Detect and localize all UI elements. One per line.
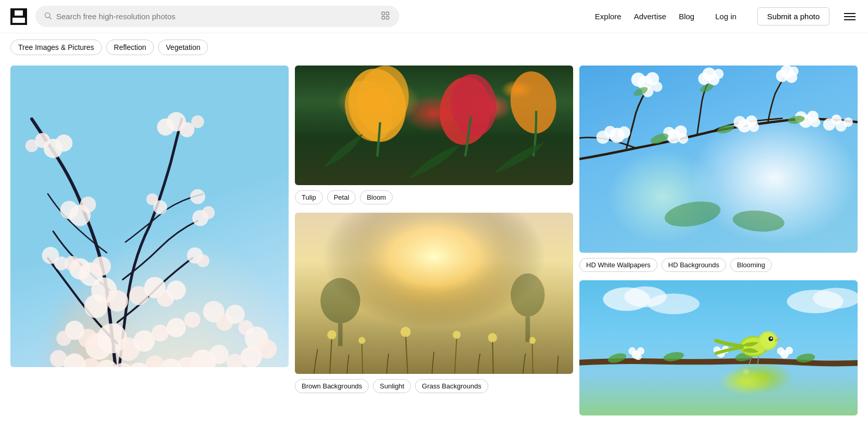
tag-tulip[interactable]: Tulip xyxy=(295,190,323,204)
photo-image-cherry-blossom[interactable] xyxy=(579,66,858,253)
photo-card-cherry-blossom: HD White Wallpapers HD Backgrounds Bloom… xyxy=(579,66,858,274)
search-input[interactable] xyxy=(56,12,375,21)
svg-point-144 xyxy=(785,347,793,355)
nav-blog[interactable]: Blog xyxy=(679,12,694,21)
svg-point-135 xyxy=(796,353,815,363)
svg-point-150 xyxy=(769,336,773,341)
menu-line-2 xyxy=(844,16,856,17)
tag-bloom[interactable]: Bloom xyxy=(360,190,393,204)
svg-point-146 xyxy=(740,336,768,357)
svg-point-108 xyxy=(618,126,630,139)
svg-point-72 xyxy=(437,75,494,147)
svg-point-113 xyxy=(738,119,751,132)
tag-vegetation[interactable]: Vegetation xyxy=(158,40,208,55)
svg-point-46 xyxy=(65,321,84,340)
tag-sunlight[interactable]: Sunlight xyxy=(373,379,411,393)
svg-point-98 xyxy=(708,74,720,85)
photo-image-blossom-tree[interactable] xyxy=(10,66,289,367)
svg-point-157 xyxy=(787,290,844,313)
photo-tags-field: Brown Backgrounds Sunlight Grass Backgro… xyxy=(295,374,573,395)
svg-point-149 xyxy=(760,333,775,348)
photo-image-field[interactable] xyxy=(295,213,573,374)
svg-point-49 xyxy=(184,311,200,328)
tag-reflection[interactable]: Reflection xyxy=(106,40,154,55)
tag-hd-backgrounds[interactable]: HD Backgrounds xyxy=(662,258,726,272)
svg-point-101 xyxy=(780,66,793,78)
tag-hd-white-wallpapers[interactable]: HD White Wallpapers xyxy=(579,258,657,272)
svg-point-129 xyxy=(844,118,853,127)
svg-point-138 xyxy=(628,347,636,355)
svg-point-11 xyxy=(55,135,72,152)
search-icon xyxy=(44,11,52,22)
svg-point-109 xyxy=(667,129,681,143)
svg-point-69 xyxy=(343,66,411,147)
tag-petal[interactable]: Petal xyxy=(327,190,356,204)
photo-image-bird[interactable] xyxy=(579,280,858,415)
svg-rect-91 xyxy=(525,317,530,342)
submit-photo-button[interactable]: Submit a photo xyxy=(757,7,830,25)
photo-tags-tulips: Tulip Petal Bloom xyxy=(295,185,573,206)
svg-point-79 xyxy=(358,337,365,344)
visual-search-button[interactable] xyxy=(380,10,391,23)
tag-brown-backgrounds[interactable]: Brown Backgrounds xyxy=(295,379,369,393)
svg-point-111 xyxy=(663,127,675,138)
svg-point-23 xyxy=(197,254,210,267)
svg-point-47 xyxy=(56,331,71,346)
svg-point-124 xyxy=(632,85,649,98)
photo-column-1 xyxy=(10,66,289,415)
tag-tree-images[interactable]: Tree Images & Pictures xyxy=(10,40,102,55)
svg-point-28 xyxy=(146,193,158,205)
svg-point-3 xyxy=(45,12,50,17)
svg-point-10 xyxy=(35,133,50,148)
svg-point-100 xyxy=(714,69,724,79)
nav-explore[interactable]: Explore xyxy=(595,12,621,21)
svg-point-141 xyxy=(722,346,730,354)
svg-point-40 xyxy=(97,323,127,354)
photo-image-tulips[interactable] xyxy=(295,66,573,185)
site-logo[interactable] xyxy=(10,8,27,25)
svg-point-16 xyxy=(191,115,204,128)
svg-point-53 xyxy=(238,320,253,335)
tag-grass-backgrounds[interactable]: Grass Backgrounds xyxy=(415,379,488,393)
svg-point-21 xyxy=(54,256,68,270)
svg-point-119 xyxy=(795,111,807,124)
svg-point-132 xyxy=(607,352,627,365)
svg-point-77 xyxy=(327,330,336,339)
photo-column-3: HD White Wallpapers HD Backgrounds Bloom… xyxy=(579,66,858,415)
photo-card-tulips: Tulip Petal Bloom xyxy=(295,66,573,206)
svg-point-22 xyxy=(187,248,203,264)
svg-point-52 xyxy=(226,305,245,324)
svg-point-93 xyxy=(646,72,659,85)
svg-point-18 xyxy=(80,197,96,213)
svg-line-153 xyxy=(758,357,759,365)
svg-point-96 xyxy=(652,82,663,92)
svg-point-104 xyxy=(789,67,799,76)
svg-point-95 xyxy=(642,86,654,97)
svg-point-14 xyxy=(179,122,195,137)
svg-point-30 xyxy=(92,256,111,276)
svg-point-125 xyxy=(699,83,715,94)
svg-point-97 xyxy=(703,68,716,81)
tag-blooming[interactable]: Blooming xyxy=(730,258,772,272)
photo-tags-cherry-blossom: HD White Wallpapers HD Backgrounds Bloom… xyxy=(579,253,858,274)
svg-point-127 xyxy=(831,114,841,125)
nav-advertise[interactable]: Advertise xyxy=(634,12,667,21)
svg-point-51 xyxy=(216,314,233,331)
svg-point-27 xyxy=(153,200,167,214)
svg-point-142 xyxy=(714,346,721,354)
svg-point-90 xyxy=(511,274,545,317)
svg-point-88 xyxy=(320,278,360,323)
svg-point-44 xyxy=(134,330,155,352)
svg-rect-2 xyxy=(12,18,25,23)
svg-point-139 xyxy=(635,354,642,360)
svg-point-39 xyxy=(166,281,186,300)
photo-card-blossom-tree[interactable] xyxy=(10,66,289,367)
filter-tags-row: Tree Images & Pictures Reflection Vegeta… xyxy=(0,33,868,61)
login-button[interactable]: Log in xyxy=(707,8,745,25)
svg-point-116 xyxy=(749,122,759,132)
svg-point-155 xyxy=(624,287,667,307)
svg-point-94 xyxy=(631,73,645,87)
svg-point-107 xyxy=(604,126,616,137)
svg-point-156 xyxy=(647,293,699,314)
hamburger-menu-button[interactable] xyxy=(842,11,858,22)
